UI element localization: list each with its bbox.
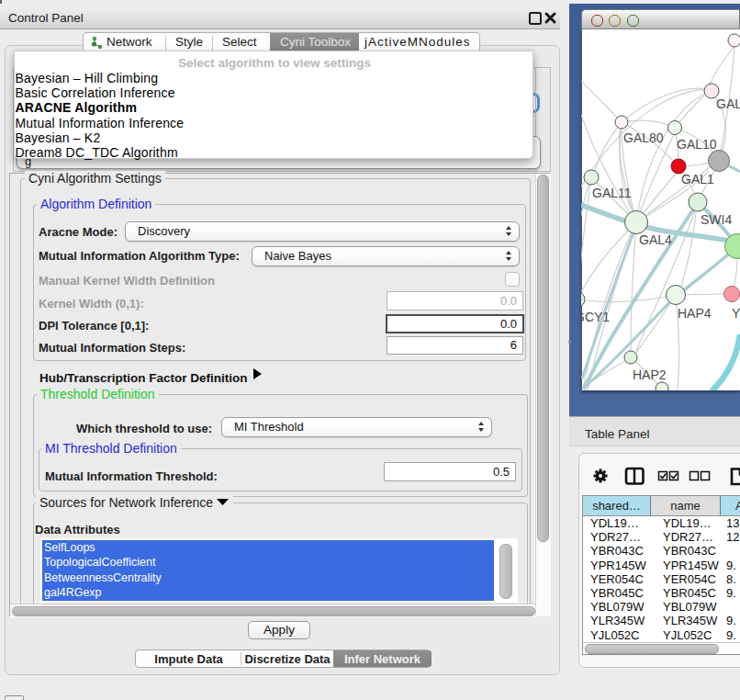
svg-text:HAP2: HAP2 xyxy=(633,367,667,382)
svg-text:GAL7: GAL7 xyxy=(716,96,740,111)
svg-text:GCY1: GCY1 xyxy=(581,310,610,324)
svg-text:GAL80: GAL80 xyxy=(623,130,664,145)
svg-text:GAL1: GAL1 xyxy=(681,172,714,186)
svg-text:GAL10: GAL10 xyxy=(677,137,717,152)
svg-text:GAL11: GAL11 xyxy=(592,186,632,200)
svg-text:SWI4: SWI4 xyxy=(701,212,732,227)
svg-text:GAL4: GAL4 xyxy=(639,232,672,247)
svg-text:Y: Y xyxy=(732,306,740,321)
svg-text:HAP4: HAP4 xyxy=(678,306,712,321)
